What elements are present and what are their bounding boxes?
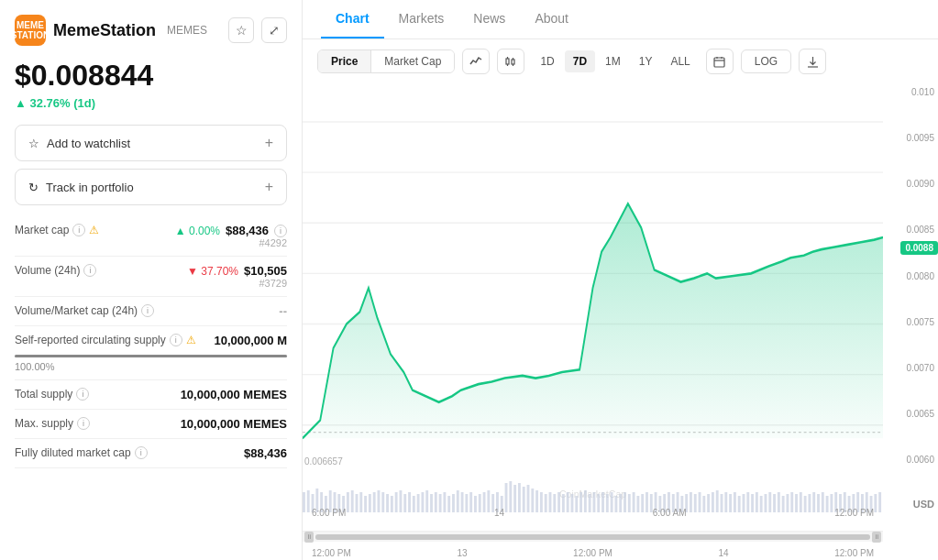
candle-chart-icon-btn[interactable] [497,49,524,74]
market-cap-change: ▲ 0.00% [175,225,220,237]
scroll-handle-right[interactable]: ⏸ [872,532,881,543]
y-label-0095: 0.0095 [888,133,934,143]
stat-vol-mcap-value: -- [279,304,287,318]
portfolio-btn-content: ↻ Track in portfolio [28,181,134,194]
tab-news[interactable]: News [458,0,520,38]
brand-actions: ☆ ⤢ [228,17,287,43]
time-7d[interactable]: 7D [565,50,595,72]
circ-bar-container: 100.00% [15,351,287,372]
x-bottom-label-2: 13 [457,548,467,558]
stat-volume-24h: Volume (24h) i ▼ 37.70% $10,505 #3729 [15,257,287,297]
volume-chart-svg: CoinMarketCap [303,474,883,512]
x-label-14: 14 [494,508,504,518]
portfolio-icon: ↻ [28,181,39,194]
left-panel: MEME STATION MemeStation MEMES ☆ ⤢ $0.00… [0,0,303,560]
y-label-0085: 0.0085 [888,225,934,235]
volume-change: ▼ 37.70% [187,265,238,278]
scroll-handle-left[interactable]: ⏸ [304,532,314,543]
stat-volume-label: Volume (24h) i [15,264,161,277]
market-cap-btn[interactable]: Market Cap [371,50,454,72]
info-icon-circ[interactable]: i [170,334,182,346]
tab-chart[interactable]: Chart [321,0,384,38]
y-label-0070: 0.0070 [888,363,934,373]
warn-icon-market-cap: ⚠ [89,224,99,236]
time-1m[interactable]: 1M [597,50,629,72]
price-change: 32.76% (1d) [15,96,287,110]
stat-vol-mcap: Volume/Market cap (24h) i -- [15,297,287,326]
download-icon-btn[interactable] [799,49,826,74]
price-mcap-toggle: Price Market Cap [317,49,455,73]
usd-label: USD [913,499,934,510]
x-bottom-label-4: 14 [718,548,728,558]
info-icon-vol[interactable]: i [83,264,96,277]
star-button[interactable]: ☆ [228,17,254,43]
x-axis-labels-top: 6:00 PM 14 6:00 AM 12:00 PM [303,508,883,518]
stat-total-supply-value: 10,000,000 MEMES [181,388,287,401]
stat-total-supply-label: Total supply i [15,388,161,401]
stat-max-supply: Max. supply i 10,000,000 MEMES [15,410,287,439]
x-label-6am: 6:00 AM [653,508,687,518]
calendar-icon-btn[interactable] [706,49,734,74]
candle-chart-icon [504,55,517,68]
price-value: $0.008844 [15,59,287,93]
info-icon-ts[interactable]: i [76,388,89,401]
volume-value: $10,505 [244,264,287,278]
x-bottom-label-5: 12:00 PM [834,548,874,558]
info-icon-vmc[interactable]: i [141,304,154,317]
line-chart-icon [469,55,482,68]
plus-icon-2: + [265,179,273,195]
plus-icon: + [265,135,273,151]
svg-rect-3 [512,60,514,64]
brand-name: MemeStation [53,21,156,40]
time-1d[interactable]: 1D [532,50,562,72]
calendar-icon [713,56,725,68]
stat-fdmc-value: $88,436 [244,446,287,460]
chart-controls: Price Market Cap 1D 7D 1M 1Y ALL [303,39,938,83]
time-all[interactable]: ALL [662,50,698,72]
watchlist-btn-content: ☆ Add to watchlist [28,137,130,150]
share-button[interactable]: ⤢ [261,17,287,43]
y-axis: 0.010 0.0095 0.0090 0.0085 0.0080 0.0075… [885,83,938,468]
main-chart-svg [303,83,883,468]
market-cap-value: $88,436 [226,224,269,237]
info-icon-market-cap[interactable]: i [72,224,85,236]
circ-supply-percent: 100.00% [15,361,287,372]
star-icon: ☆ [28,137,39,150]
stat-circ-supply-label: Self-reported circulating supply i ⚠ [15,334,210,346]
stat-total-supply: Total supply i 10,000,000 MEMES [15,380,287,410]
stat-fdmc: Fully diluted market cap i $88,436 [15,439,287,468]
right-panel: Chart Markets News About Price Market Ca… [303,0,938,560]
market-cap-rank: #4292 [175,237,287,248]
x-axis-labels-bottom: 12:00 PM 13 12:00 PM 14 12:00 PM [303,548,883,558]
y-label-0080: 0.0080 [888,271,934,281]
chart-area: 0.010 0.0095 0.0090 0.0085 0.0080 0.0075… [303,83,938,560]
y-label-0060: 0.0060 [888,455,934,465]
track-portfolio-button[interactable]: ↻ Track in portfolio + [15,169,287,205]
tab-markets[interactable]: Markets [384,0,459,38]
scroll-track[interactable] [315,534,870,540]
add-to-watchlist-button[interactable]: ☆ Add to watchlist + [15,125,287,161]
y-label-0075: 0.0075 [888,317,934,327]
scroll-bar-container[interactable]: ⏸ ⏸ [303,531,883,542]
line-chart-icon-btn[interactable] [462,49,490,74]
stat-volume-value-col: ▼ 37.70% $10,505 #3729 [187,264,287,289]
x-bottom-label-1: 12:00 PM [312,548,351,558]
max-supply-value: 10,000,000 MEMES [181,417,287,431]
price-btn[interactable]: Price [318,50,370,72]
stats-section: Market cap i ⚠ ▲ 0.00% $88,436 i #4292 V… [15,216,287,468]
info-icon-mc2[interactable]: i [274,225,287,237]
tab-about[interactable]: About [520,0,583,38]
stat-max-supply-label: Max. supply i [15,417,161,430]
stat-circ-supply-value-col: 10,000,000 M [214,334,287,347]
volume-rank: #3729 [187,278,287,289]
log-btn[interactable]: LOG [741,49,791,73]
stat-vol-mcap-label: Volume/Market cap (24h) i [15,304,161,317]
svg-rect-0 [506,59,509,64]
y-label-010: 0.010 [888,87,934,97]
x-label-12pm: 12:00 PM [834,508,874,518]
x-label-6pm: 6:00 PM [312,508,346,518]
time-1y[interactable]: 1Y [631,50,661,72]
stat-market-cap: Market cap i ⚠ ▲ 0.00% $88,436 i #4292 [15,216,287,257]
info-icon-fdmc[interactable]: i [135,446,148,459]
info-icon-ms[interactable]: i [77,417,90,430]
